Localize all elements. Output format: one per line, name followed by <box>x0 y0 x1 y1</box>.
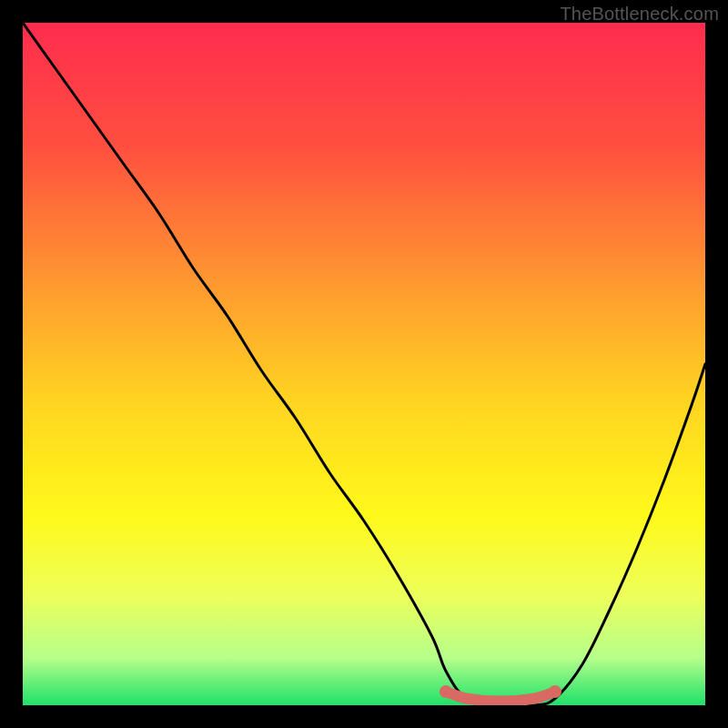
chart-frame <box>23 23 705 705</box>
gradient-background <box>23 23 705 705</box>
bottleneck-chart <box>23 23 705 705</box>
optimal-range-endpoint <box>549 685 561 698</box>
optimal-range-endpoint <box>440 685 452 698</box>
watermark-text: TheBottleneck.com <box>560 4 719 25</box>
